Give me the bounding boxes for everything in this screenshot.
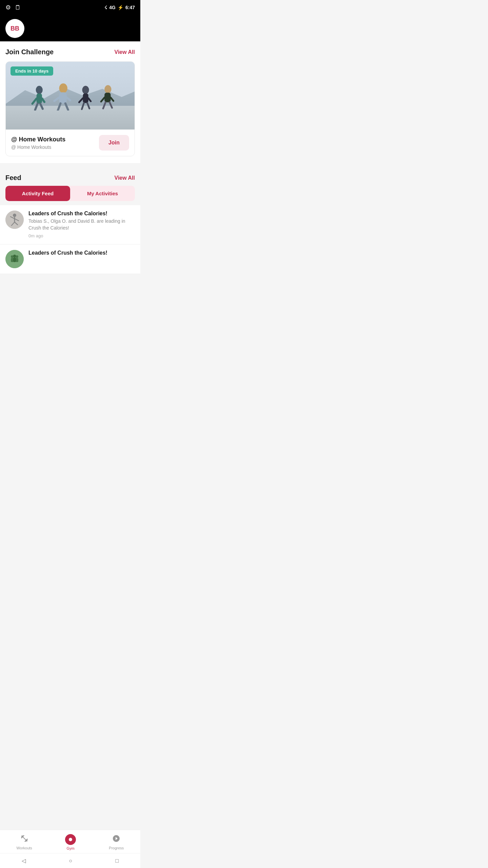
gear-icon[interactable]: ⚙ (5, 4, 11, 11)
feed-item: Leaders of Crush the Calories! Tobias S.… (0, 205, 140, 244)
svg-line-11 (65, 103, 68, 110)
tab-activity-feed[interactable]: Activity Feed (5, 186, 70, 201)
svg-point-32 (11, 255, 14, 258)
avatar[interactable]: BB (5, 19, 24, 38)
svg-point-18 (104, 85, 111, 93)
feed-view-all[interactable]: View All (115, 175, 135, 181)
svg-rect-33 (11, 258, 14, 262)
challenge-card: Ends in 10 days @ Home Workouts @ Home W… (5, 61, 135, 156)
svg-point-36 (13, 255, 16, 257)
feed-section: Feed View All Activity Feed My Activitie… (0, 167, 140, 274)
svg-line-22 (103, 102, 105, 108)
svg-line-23 (110, 102, 112, 108)
svg-point-6 (59, 83, 67, 93)
clock: 6:47 (125, 5, 135, 10)
challenge-view-all[interactable]: View All (115, 49, 135, 55)
feed-item-time-1: 0m ago (28, 233, 43, 238)
feed-item-title-1: Leaders of Crush the Calories! (28, 211, 135, 217)
svg-line-3 (42, 99, 44, 102)
challenge-info: @ Home Workouts @ Home Workouts Join (6, 130, 135, 156)
feed-content-2: Leaders of Crush the Calories! (28, 250, 107, 257)
svg-line-15 (88, 98, 91, 101)
svg-line-10 (58, 103, 61, 111)
header: BB (0, 15, 140, 45)
clipboard-icon[interactable]: 🗒 (15, 4, 21, 11)
svg-rect-7 (59, 92, 67, 103)
svg-line-5 (40, 104, 43, 109)
battery-icon: ⚡ (118, 5, 123, 10)
svg-line-16 (82, 103, 84, 109)
challenge-subtitle: @ Home Workouts (11, 144, 65, 150)
feed-list: Leaders of Crush the Calories! Tobias S.… (0, 205, 140, 274)
status-bar-left: ⚙ 🗒 (5, 4, 21, 11)
svg-line-17 (87, 103, 89, 108)
feed-avatar-yoga (5, 211, 24, 229)
challenge-text: @ Home Workouts @ Home Workouts (11, 136, 65, 150)
feed-content-1: Leaders of Crush the Calories! Tobias S.… (28, 211, 135, 239)
feed-header: Feed View All (0, 167, 140, 186)
signal-indicator: 4G (109, 5, 116, 10)
ends-badge: Ends in 10 days (11, 66, 53, 76)
feed-avatar-group (5, 250, 24, 268)
svg-point-0 (36, 86, 43, 94)
svg-point-34 (16, 255, 18, 258)
challenge-image: Ends in 10 days (6, 62, 135, 130)
svg-line-2 (33, 99, 37, 104)
feed-item-2: Leaders of Crush the Calories! (0, 244, 140, 274)
main-content: Join Challenge View All (0, 41, 140, 308)
svg-line-9 (67, 97, 70, 100)
svg-line-21 (111, 97, 114, 101)
svg-line-8 (54, 97, 59, 101)
challenge-section-header: Join Challenge View All (5, 48, 135, 56)
svg-point-25 (13, 214, 16, 217)
svg-rect-35 (16, 258, 18, 262)
bluetooth-icon: ☇ (104, 5, 107, 10)
feed-tabs: Activity Feed My Activities (5, 186, 135, 201)
svg-point-12 (82, 86, 89, 94)
feed-title: Feed (5, 174, 21, 182)
tab-my-activities[interactable]: My Activities (70, 186, 135, 201)
svg-line-14 (79, 98, 83, 102)
join-button[interactable]: Join (99, 135, 129, 151)
join-challenge-section: Join Challenge View All (0, 41, 140, 163)
feed-item-title-2: Leaders of Crush the Calories! (28, 250, 107, 256)
svg-rect-37 (13, 257, 16, 262)
status-bar: ⚙ 🗒 ☇ 4G ⚡ 6:47 (0, 0, 140, 15)
svg-line-20 (101, 97, 104, 101)
status-bar-right: ☇ 4G ⚡ 6:47 (104, 5, 135, 10)
challenge-title: @ Home Workouts (11, 136, 65, 143)
challenge-section-title: Join Challenge (5, 48, 54, 56)
runners-scene (19, 83, 122, 111)
feed-item-desc-1: Tobias S., Olga O. and David B. are lead… (28, 218, 135, 231)
svg-rect-19 (104, 93, 110, 102)
svg-line-4 (35, 104, 38, 110)
